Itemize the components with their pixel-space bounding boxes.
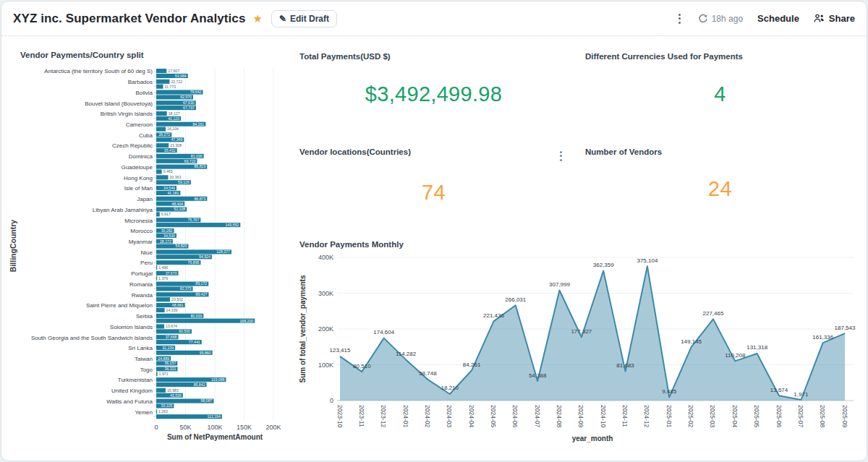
svg-text:22,722: 22,722	[171, 80, 182, 84]
svg-text:Rwanda: Rwanda	[132, 292, 153, 299]
svg-text:Niue: Niue	[141, 249, 153, 256]
svg-text:26,272: 26,272	[158, 132, 170, 137]
svg-text:41,181: 41,181	[167, 191, 179, 195]
card-title: Total Payments(USD $)	[299, 52, 565, 61]
svg-text:100K: 100K	[207, 424, 222, 431]
svg-text:62,970: 62,970	[180, 95, 192, 99]
svg-text:30,105: 30,105	[161, 403, 173, 408]
svg-text:60,500: 60,500	[179, 329, 190, 333]
country-split-bar-chart[interactable]: 050K100K150K200KSum of NetPaymentAmountB…	[7, 67, 291, 450]
svg-text:80,510: 80,510	[353, 363, 371, 369]
schedule-button[interactable]: Schedule	[757, 13, 799, 24]
svg-text:24,889: 24,889	[158, 356, 169, 361]
svg-text:95,860: 95,860	[200, 351, 211, 355]
dashboard: XYZ inc. Supermarket Vendor Analytics ★ …	[1, 1, 867, 461]
svg-text:79,642: 79,642	[190, 90, 202, 94]
card-vendor-locations: Vendor locations(Countries) 74	[291, 137, 576, 231]
svg-text:32,239: 32,239	[162, 346, 174, 350]
svg-text:Cameroon: Cameroon	[126, 121, 153, 128]
svg-text:100K: 100K	[318, 362, 333, 369]
card-title: Vendor Payments/Country split	[20, 51, 291, 59]
svg-text:30,282: 30,282	[161, 228, 173, 233]
edit-draft-button[interactable]: ✎ Edit Draft	[271, 10, 337, 27]
scalar-value: 24	[576, 156, 864, 231]
svg-text:Hong Kong: Hong Kong	[124, 175, 153, 181]
svg-text:362,359: 362,359	[593, 262, 614, 268]
svg-text:Togo: Togo	[140, 367, 153, 373]
svg-text:2025-04: 2025-04	[731, 405, 739, 427]
svg-text:2025-07: 2025-07	[797, 405, 804, 427]
card-more-options-icon[interactable]	[557, 147, 565, 164]
svg-text:53,984: 53,984	[175, 74, 187, 78]
refresh-icon	[698, 14, 708, 24]
svg-text:1,379: 1,379	[158, 276, 168, 281]
svg-text:14,339: 14,339	[166, 308, 178, 312]
svg-text:58,748: 58,748	[419, 370, 437, 377]
svg-text:Antarctica (the territory Sout: Antarctica (the territory South of 60 de…	[44, 68, 153, 74]
svg-text:114,282: 114,282	[396, 351, 417, 357]
share-label: Share	[829, 13, 855, 24]
svg-text:South Georgia and the South Sa: South Georgia and the South Sandwich Isl…	[31, 335, 153, 341]
svg-text:2025-03: 2025-03	[709, 405, 716, 427]
svg-text:131,318: 131,318	[746, 344, 767, 351]
svg-text:36,157: 36,157	[164, 361, 176, 365]
card-title: Vendor locations(Countries)	[299, 147, 557, 156]
svg-text:149,145: 149,145	[681, 338, 702, 345]
svg-text:128,377: 128,377	[216, 249, 230, 254]
svg-text:15,983: 15,983	[167, 388, 179, 393]
svg-text:67,797: 67,797	[183, 106, 195, 110]
svg-text:86,873: 86,873	[194, 197, 205, 201]
dashboard-title: XYZ inc. Supermarket Vendor Analytics	[13, 12, 245, 26]
svg-text:84,261: 84,261	[192, 122, 204, 127]
svg-text:94,924: 94,924	[199, 254, 210, 259]
svg-text:0: 0	[154, 424, 158, 431]
scalar-value: 4	[576, 61, 864, 137]
svg-text:47,349: 47,349	[171, 137, 182, 142]
svg-text:77,441: 77,441	[189, 340, 200, 344]
svg-text:2024-12: 2024-12	[643, 405, 650, 427]
svg-text:9,465: 9,465	[163, 169, 173, 174]
svg-text:0: 0	[330, 397, 333, 404]
more-options-icon[interactable]	[676, 10, 684, 27]
svg-text:Myanmar: Myanmar	[129, 239, 153, 245]
svg-text:13,674: 13,674	[770, 387, 788, 393]
svg-text:Saint Pierre and Miquelon: Saint Pierre and Miquelon	[86, 302, 153, 309]
svg-text:2024-08: 2024-08	[556, 405, 563, 427]
svg-text:18,127: 18,127	[169, 111, 180, 116]
svg-text:Bolivia: Bolivia	[135, 90, 153, 96]
svg-text:50K: 50K	[179, 424, 191, 431]
svg-text:2023-12: 2023-12	[380, 405, 387, 427]
svg-text:21,308: 21,308	[170, 143, 182, 147]
svg-text:84,261: 84,261	[463, 362, 481, 368]
svg-text:98,087: 98,087	[201, 398, 213, 403]
svg-text:2025-08: 2025-08	[819, 405, 826, 427]
svg-text:Taiwan: Taiwan	[135, 356, 153, 362]
svg-text:35,432: 35,432	[164, 148, 176, 153]
card-monthly-payments: Vendor Payments Monthly 0100K200K300K400…	[291, 233, 864, 461]
svg-text:81,683: 81,683	[616, 362, 634, 369]
svg-text:400K: 400K	[318, 254, 333, 261]
share-people-icon	[814, 14, 825, 23]
header-actions: 18h ago Schedule Share	[676, 10, 855, 27]
svg-text:48,961: 48,961	[172, 303, 184, 307]
svg-text:81,036: 81,036	[191, 154, 203, 158]
svg-text:69,723: 69,723	[184, 159, 196, 163]
favorite-star-icon[interactable]: ★	[252, 12, 262, 25]
monthly-payments-area-chart[interactable]: 0100K200K300K400KSum of total_vendor_pay…	[297, 247, 864, 453]
refresh-button[interactable]: 18h ago	[698, 14, 743, 24]
svg-text:150K: 150K	[237, 424, 252, 431]
svg-text:Micronesia: Micronesia	[124, 218, 153, 224]
share-button[interactable]: Share	[814, 13, 855, 24]
svg-text:11,773: 11,773	[165, 85, 176, 89]
svg-text:Wallis and Futuna: Wallis and Futuna	[106, 398, 153, 405]
svg-text:23,502: 23,502	[171, 297, 183, 301]
svg-text:187,543: 187,543	[835, 325, 856, 331]
svg-text:34,530: 34,530	[163, 234, 175, 238]
svg-text:67,630: 67,630	[183, 100, 195, 105]
svg-text:89,427: 89,427	[196, 292, 208, 296]
svg-text:307,999: 307,999	[549, 281, 570, 288]
svg-text:Guadeloupe: Guadeloupe	[121, 164, 153, 171]
svg-text:300K: 300K	[318, 290, 333, 297]
svg-text:2025-01: 2025-01	[665, 405, 673, 427]
svg-text:2024-09: 2024-09	[577, 405, 584, 427]
